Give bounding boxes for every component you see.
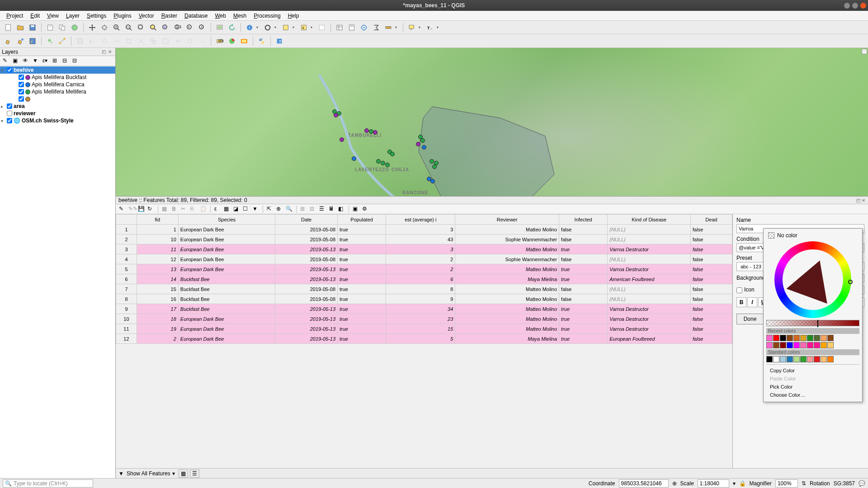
- diagram-button[interactable]: [226, 36, 237, 47]
- layer-row[interactable]: ▾beehive: [0, 66, 115, 74]
- column-header[interactable]: Kind of Disease: [608, 215, 691, 225]
- copy-color-menu[interactable]: Copy Color: [766, 366, 859, 375]
- coord-toggle-button[interactable]: ⊕: [672, 480, 677, 487]
- color-swatch[interactable]: [773, 335, 779, 341]
- column-header[interactable]: Infected: [559, 215, 608, 225]
- layer-checkbox[interactable]: [7, 118, 12, 123]
- color-swatch[interactable]: [766, 342, 773, 348]
- layer-row[interactable]: ▾🌐OSM.ch Swiss-Style: [0, 117, 115, 124]
- scale-lock-button[interactable]: 🔒: [739, 480, 746, 487]
- color-swatch[interactable]: [780, 335, 786, 341]
- select-features-button[interactable]: [280, 22, 291, 33]
- table-row[interactable]: 210European Dark Bee2019-05-08true43Soph…: [116, 235, 732, 244]
- open-project-button[interactable]: [15, 22, 26, 33]
- at-filter-sel[interactable]: ▼: [252, 205, 259, 213]
- menu-help[interactable]: Help: [284, 12, 303, 20]
- table-row[interactable]: 1018European Dark Bee2019-05-13true23Mat…: [116, 314, 732, 324]
- color-swatch[interactable]: [766, 356, 773, 362]
- table-row[interactable]: 715Buckfast Bee2019-05-08true8Matteo Mol…: [116, 284, 732, 294]
- identify-dropdown[interactable]: ▾: [256, 25, 261, 29]
- table-row[interactable]: 122European Dark Bee2019-05-13true5Maya …: [116, 334, 732, 344]
- color-swatch[interactable]: [787, 356, 793, 362]
- color-swatch[interactable]: [780, 356, 786, 362]
- at-copy[interactable]: ⎘: [190, 205, 198, 213]
- zoom-to-layer-button[interactable]: [160, 22, 171, 33]
- cond-italic-button[interactable]: I: [747, 297, 757, 307]
- coordinate-input[interactable]: [619, 479, 669, 488]
- color-swatch[interactable]: [787, 342, 793, 348]
- layer-row[interactable]: Apis Mellifera Carnica: [0, 81, 115, 88]
- at-move-top[interactable]: ⇱: [266, 205, 274, 213]
- at-add-feature[interactable]: ▦: [161, 205, 169, 213]
- save-edits-button[interactable]: [27, 36, 38, 47]
- at-multiedit[interactable]: ✎✎: [128, 205, 136, 213]
- show-all-dropdown[interactable]: ▾: [172, 470, 175, 477]
- help-button[interactable]: ?: [274, 36, 285, 47]
- layer-checkbox[interactable]: [7, 67, 12, 73]
- table-row[interactable]: 614Buckfast Bee2019-05-13true6Maya Mieli…: [116, 274, 732, 284]
- layer-row[interactable]: Apis Mellifera Mellifera: [0, 88, 115, 95]
- layers-float-button[interactable]: ◰: [102, 49, 107, 55]
- toggle-editing-button[interactable]: [15, 36, 26, 47]
- menu-database[interactable]: Database: [181, 12, 211, 20]
- map-feature-point[interactable]: [376, 159, 381, 164]
- zoom-next-button[interactable]: [197, 22, 208, 33]
- layers-expression-button[interactable]: ε▾: [42, 57, 50, 65]
- attr-close-button[interactable]: ✕: [862, 198, 865, 203]
- layers-visibility-button[interactable]: 👁: [23, 57, 30, 65]
- color-swatch[interactable]: [807, 335, 813, 341]
- menu-web[interactable]: Web: [211, 12, 229, 20]
- map-tips-button[interactable]: [406, 22, 417, 33]
- menu-view[interactable]: View: [43, 12, 62, 20]
- color-swatch[interactable]: [780, 342, 786, 348]
- digi-6[interactable]: [136, 36, 146, 47]
- layers-remove-button[interactable]: ⊟: [72, 57, 80, 65]
- style-manager-button[interactable]: [69, 22, 80, 33]
- color-swatch[interactable]: [807, 342, 813, 348]
- column-header[interactable]: est (average) i: [386, 215, 455, 225]
- at-dock[interactable]: ▣: [352, 205, 360, 213]
- digi-11[interactable]: [197, 36, 208, 47]
- open-attr-table-button[interactable]: [334, 22, 345, 33]
- color-wheel[interactable]: [774, 241, 851, 318]
- layer-row[interactable]: ▸area: [0, 103, 115, 110]
- column-header[interactable]: Date: [275, 215, 338, 225]
- map-feature-point[interactable]: [381, 161, 385, 165]
- column-header[interactable]: Dead: [691, 215, 732, 225]
- at-invert-sel[interactable]: ◪: [233, 205, 241, 213]
- color-swatch[interactable]: [814, 335, 820, 341]
- deselect-button[interactable]: [316, 22, 327, 33]
- color-swatch[interactable]: [821, 335, 827, 341]
- select-value-dropdown[interactable]: ▾: [311, 25, 315, 29]
- zoom-full-button[interactable]: [136, 22, 146, 33]
- at-field-calc[interactable]: 🖩: [328, 205, 336, 213]
- alpha-slider[interactable]: [766, 320, 859, 326]
- maximize-button[interactable]: [852, 3, 858, 9]
- zoom-to-selection-button[interactable]: [148, 22, 159, 33]
- annotation-button[interactable]: T: [425, 22, 435, 33]
- layer-row[interactable]: [0, 95, 115, 103]
- color-swatch[interactable]: [793, 335, 800, 341]
- at-delete[interactable]: 🗑: [171, 205, 179, 213]
- map-feature-point[interactable]: [340, 137, 344, 142]
- layers-filter-button[interactable]: ▼: [33, 57, 40, 65]
- column-header[interactable]: Reviewer: [455, 215, 559, 225]
- annotation-dropdown[interactable]: ▾: [437, 25, 441, 29]
- labeling-button[interactable]: abc: [214, 36, 225, 47]
- color-swatch[interactable]: [814, 342, 820, 348]
- cond-icon-checkbox[interactable]: [736, 287, 742, 293]
- processing-toolbox-button[interactable]: [359, 22, 369, 33]
- current-edits-button[interactable]: [3, 36, 14, 47]
- menu-edit[interactable]: Edit: [27, 12, 43, 20]
- color-swatch[interactable]: [807, 356, 813, 362]
- layers-collapse-button[interactable]: ⊟: [62, 57, 70, 65]
- map-feature-point[interactable]: [430, 179, 435, 183]
- at-new-field[interactable]: ⊞: [300, 205, 307, 213]
- at-pan-to[interactable]: ⊕: [276, 205, 283, 213]
- table-row[interactable]: 917Buckfast Bee2019-05-13true34Matteo Mo…: [116, 304, 732, 314]
- layers-expand-button[interactable]: ⊞: [52, 57, 60, 65]
- color-swatch[interactable]: [827, 335, 834, 341]
- color-swatch[interactable]: [793, 356, 800, 362]
- column-header[interactable]: Populated: [338, 215, 386, 225]
- layer-row[interactable]: reviewer: [0, 110, 115, 117]
